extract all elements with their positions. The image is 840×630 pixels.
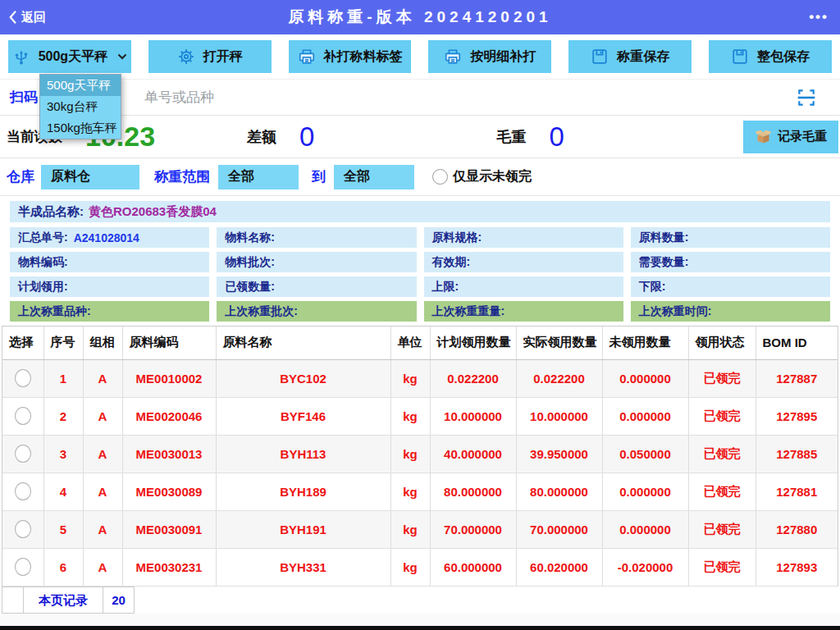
- show-unfinished-label: 仅显示未领完: [453, 168, 532, 185]
- warehouse-label: 仓库: [7, 167, 34, 186]
- info-row-1: 汇总单号: A241028014 物料名称:原料规格:原料数量:: [10, 227, 830, 248]
- table-cell: 1: [43, 359, 83, 397]
- table-header-row: 选择序号组相原料编码原料名称单位计划领用数量实际领用数量未领用数量领用状态BOM…: [2, 326, 838, 359]
- info-row-3: 计划领用:已领数量:上限:下限:: [10, 276, 830, 297]
- page-records-label: 本页记录: [23, 587, 103, 614]
- column-header: 原料编码: [122, 326, 216, 359]
- column-header: 序号: [43, 326, 83, 359]
- table-cell: 已领完: [688, 359, 756, 397]
- table-cell: kg: [390, 435, 430, 472]
- record-gross-button[interactable]: 记录毛重: [743, 121, 838, 153]
- scale-select-value: 500g天平秤: [39, 48, 107, 66]
- table-cell: 127881: [756, 472, 838, 510]
- page-records-count: 20: [103, 587, 135, 614]
- select-cell: [2, 435, 43, 472]
- info-field-cell: 原料规格:: [424, 227, 623, 248]
- table-cell: 80.000000: [516, 472, 602, 510]
- info-field-cell: 有效期:: [424, 252, 623, 272]
- table-cell: 已领完: [688, 548, 756, 586]
- table-cell: 已领完: [688, 397, 756, 435]
- printer-icon: [444, 48, 462, 66]
- gear-icon: [177, 48, 195, 66]
- printer-icon: [298, 48, 316, 66]
- range-from-select[interactable]: 全部: [218, 165, 299, 189]
- table-cell: 127880: [756, 510, 838, 548]
- table-cell: kg: [390, 510, 430, 548]
- semi-product-row: 半成品名称: 黄色RO20683香发膜04: [10, 201, 830, 222]
- table-cell: 70.000000: [430, 510, 516, 548]
- show-unfinished-radio[interactable]: 仅显示未领完: [432, 168, 532, 185]
- info-field-cell: 物料名称:: [217, 227, 416, 248]
- footer-spacer-cell: [2, 587, 23, 614]
- table-cell: -0.020000: [602, 548, 688, 586]
- scale-option-1[interactable]: 30kg台秤: [40, 96, 121, 117]
- table-cell: 2: [43, 397, 83, 435]
- toolbar-button-printer-2[interactable]: 按明细补打: [428, 40, 551, 73]
- row-select-radio[interactable]: [15, 482, 31, 500]
- materials-table: 选择序号组相原料编码原料名称单位计划领用数量实际领用数量未领用数量领用状态BOM…: [2, 326, 838, 587]
- scan-row: 扫码: [0, 79, 840, 116]
- table-cell: 4: [43, 472, 83, 510]
- toolbar-button-gear-0[interactable]: 打开秤: [148, 40, 272, 73]
- qr-scan-icon[interactable]: [796, 87, 817, 108]
- toolbar-button-floppy-4[interactable]: 整包保存: [709, 40, 832, 73]
- row-select-radio[interactable]: [15, 520, 31, 538]
- table-cell: BYH191: [216, 510, 390, 548]
- floppy-icon: [731, 48, 749, 66]
- page-title: 原料称重-版本 2024120201: [0, 7, 840, 28]
- chevron-down-icon: [117, 53, 127, 60]
- table-cell: 70.000000: [516, 510, 602, 548]
- table-cell: BYF146: [216, 397, 390, 435]
- scale-option-0[interactable]: 500g天平秤: [40, 75, 121, 96]
- toolbar-button-label: 补打称料标签: [324, 48, 403, 66]
- more-menu-icon[interactable]: •••: [809, 9, 840, 25]
- toolbar-button-printer-1[interactable]: 补打称料标签: [289, 40, 412, 73]
- scale-select-button[interactable]: 500g天平秤: [8, 40, 131, 73]
- table-cell: 60.000000: [430, 548, 516, 586]
- info-row-2: 物料编码:物料批次:有效期:需要数量:: [10, 252, 830, 272]
- toolbar-button-label: 按明细补打: [470, 48, 536, 66]
- select-cell: [2, 548, 43, 586]
- select-cell: [2, 359, 43, 397]
- table-cell: BYC102: [216, 359, 390, 397]
- toolbar-button-label: 打开秤: [203, 48, 243, 66]
- warehouse-select[interactable]: 原料仓: [41, 165, 139, 189]
- row-select-radio[interactable]: [15, 558, 31, 576]
- difference-label: 差额: [247, 127, 276, 147]
- table-cell: A: [83, 472, 122, 510]
- row-select-radio[interactable]: [15, 445, 31, 463]
- row-select-radio[interactable]: [15, 369, 31, 387]
- table-cell: 0.022200: [516, 359, 602, 397]
- table-cell: kg: [390, 359, 430, 397]
- app-root: 返回 原料称重-版本 2024120201 ••• 500g天平秤: [0, 0, 840, 630]
- back-button[interactable]: 返回: [0, 10, 46, 25]
- info-field-cell: 上次称重批次:: [217, 301, 416, 322]
- semi-product-value: 黄色RO20683香发膜04: [89, 204, 217, 220]
- toolbar-button-floppy-3[interactable]: 称重保存: [568, 40, 692, 73]
- scan-input[interactable]: [38, 89, 796, 106]
- column-header: 原料名称: [216, 326, 390, 359]
- table-cell: ME0030091: [122, 510, 216, 548]
- info-field-cell: 原料数量:: [631, 227, 830, 248]
- column-header: BOM ID: [756, 326, 838, 359]
- info-field-cell: 上次称重重量:: [424, 301, 623, 322]
- radio-circle-icon: [432, 169, 448, 185]
- scan-label: 扫码: [10, 88, 38, 107]
- table-row: 5AME0030091BYH191kg70.00000070.0000000.0…: [2, 510, 838, 548]
- info-field-cell: 物料批次:: [217, 252, 416, 272]
- app-header: 返回 原料称重-版本 2024120201 •••: [0, 0, 840, 34]
- range-to-select[interactable]: 全部: [334, 165, 414, 189]
- info-field-cell: 计划领用:: [10, 276, 209, 297]
- column-header: 选择: [2, 326, 43, 359]
- table-row: 1AME0010002BYC102kg0.0222000.0222000.000…: [2, 359, 838, 397]
- table-cell: 40.000000: [430, 435, 516, 472]
- table-row: 4AME0030089BYH189kg80.00000080.0000000.0…: [2, 472, 838, 510]
- table-cell: 5: [43, 510, 83, 548]
- toolbar-button-label: 称重保存: [617, 48, 669, 66]
- table-cell: ME0030089: [122, 472, 216, 510]
- column-header: 实际领用数量: [516, 326, 602, 359]
- table-cell: A: [83, 548, 122, 586]
- scale-option-2[interactable]: 150kg拖车秤: [40, 117, 121, 139]
- back-label: 返回: [21, 10, 46, 25]
- row-select-radio[interactable]: [15, 407, 31, 425]
